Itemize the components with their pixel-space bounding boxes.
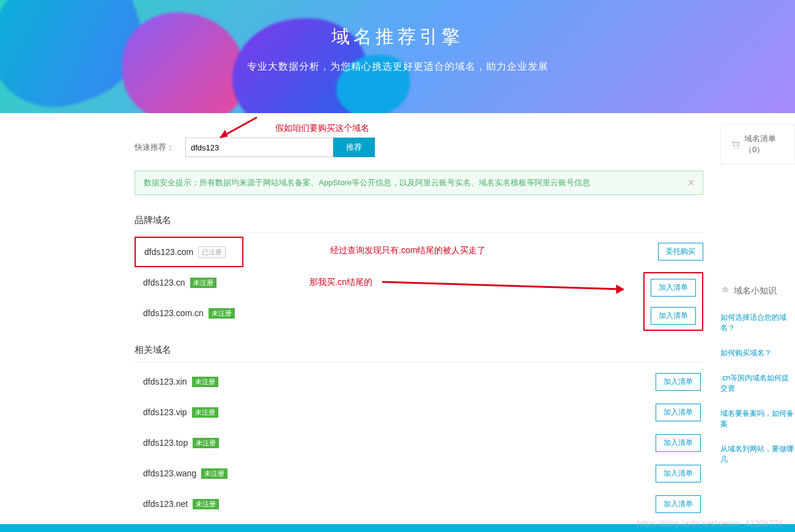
annotation-text-2: 经过查询发现只有.com结尾的被人买走了 (330, 245, 486, 256)
registered-badge: 已注册 (198, 246, 226, 258)
tips-title-text: 域名小知识 (734, 286, 777, 297)
arrow-icon (379, 275, 642, 299)
domain-row: dfds123.xin未注册加入清单 (135, 366, 703, 397)
domain-row-registered: dfds123.com 已注册 (135, 237, 243, 267)
security-tip: 数据安全提示：所有数据均来源于网站域名备案、AppStore等公开信息，以及阿里… (135, 171, 703, 195)
tips-icon (720, 286, 730, 297)
banner-title: 域名推荐引擎 (247, 24, 549, 50)
tip-link[interactable]: 从域名到网站，要做哪几 (720, 437, 795, 472)
hero-banner: 域名推荐引擎 专业大数据分析，为您精心挑选更好更适合的域名，助力企业发展 (0, 0, 795, 113)
add-to-list-button[interactable]: 加入清单 (656, 434, 701, 452)
unregistered-badge: 未注册 (192, 377, 218, 387)
tip-text: 数据安全提示：所有数据均来源于网站域名备案、AppStore等公开信息，以及阿里… (144, 178, 590, 187)
add-to-list-button[interactable]: 加入清单 (656, 373, 701, 391)
entrust-buy-button[interactable]: 委托购买 (658, 243, 703, 260)
annotation-text-3: 那我买.cn结尾的 (309, 277, 372, 288)
domain-row: 加入清单 (645, 273, 702, 301)
svg-point-6 (723, 288, 728, 292)
cart-icon (731, 141, 741, 149)
tip-link[interactable]: 如何选择适合您的域名？ (720, 305, 795, 341)
annotation-text-1: 假如咱们要购买这个域名 (275, 123, 369, 134)
domain-row: dfds123.wang未注册加入清单 (135, 458, 703, 489)
domain-row: dfds123.top未注册加入清单 (135, 427, 703, 458)
watermark: https://blog.csdn.net/weixin_42208775 (637, 519, 783, 528)
domain-name: dfds123.com (144, 247, 193, 257)
unregistered-badge: 未注册 (201, 468, 227, 479)
add-to-list-button[interactable]: 加入清单 (656, 465, 701, 482)
domain-name: dfds123.com.cn (143, 308, 204, 318)
domain-name: dfds123.net (143, 499, 188, 509)
tip-link[interactable]: .cn等国内域名如何提交资 (720, 366, 795, 401)
add-to-list-button[interactable]: 加入清单 (651, 307, 696, 325)
unregistered-badge: 未注册 (193, 438, 219, 448)
domain-row: dfds123.com.cn 未注册 (135, 298, 612, 328)
tips-card: 域名小知识 如何选择适合您的域名？如何购买域名？.cn等国内域名如何提交资域名要… (720, 286, 795, 472)
unregistered-badge: 未注册 (190, 278, 216, 288)
domain-row: dfds123.net未注册加入清单 (135, 489, 703, 519)
domain-name: dfds123.xin (143, 377, 187, 386)
domain-name: dfds123.cn (143, 278, 185, 287)
svg-point-4 (734, 147, 735, 148)
section-related-title: 相关域名 (135, 344, 703, 363)
add-to-list-button[interactable]: 加入清单 (651, 279, 696, 297)
arrow-icon (208, 114, 263, 145)
banner-subtitle: 专业大数据分析，为您精心挑选更好更适合的域名，助力企业发展 (247, 61, 549, 73)
add-to-list-button[interactable]: 加入清单 (656, 495, 701, 513)
search-label: 快速推荐： (135, 142, 174, 153)
domain-name: dfds123.top (143, 438, 188, 448)
unregistered-badge: 未注册 (209, 308, 235, 319)
svg-marker-1 (220, 130, 227, 138)
domain-name: dfds123.wang (143, 468, 196, 478)
svg-point-5 (738, 147, 739, 148)
add-to-list-button[interactable]: 加入清单 (656, 404, 701, 421)
unregistered-badge: 未注册 (192, 407, 218, 418)
domain-row: dfds123.vip未注册加入清单 (135, 397, 703, 427)
svg-marker-3 (616, 285, 624, 294)
svg-line-2 (382, 282, 624, 289)
domain-row: 加入清单 (645, 301, 702, 330)
tip-link[interactable]: 域名要备案吗，如何备案 (720, 401, 795, 437)
cart-title: 域名清单（0） (744, 133, 785, 155)
close-icon[interactable]: ✕ (687, 177, 695, 188)
section-brand-title: 品牌域名 (135, 215, 703, 233)
domain-name: dfds123.vip (143, 407, 187, 417)
unregistered-badge: 未注册 (193, 499, 219, 509)
recommend-button[interactable]: 推荐 (333, 138, 375, 157)
tip-link[interactable]: 如何购买域名？ (720, 341, 795, 366)
cart-card: 域名清单（0） (720, 124, 795, 164)
